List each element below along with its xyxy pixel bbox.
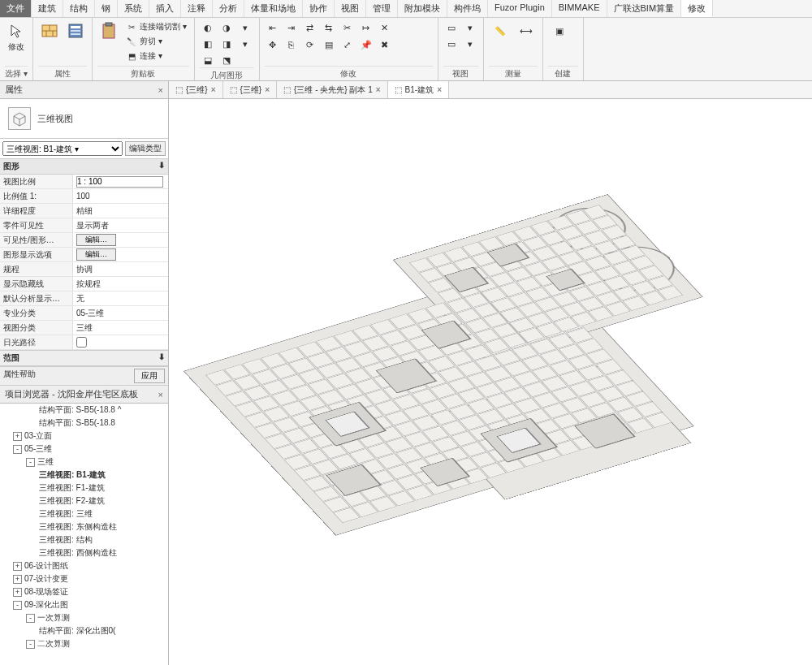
tree-item[interactable]: +06-设计图纸 [0, 559, 168, 572]
ribbon-tab-11[interactable]: 管理 [366, 0, 398, 17]
geom-tool-6[interactable]: ▾ [237, 37, 253, 51]
prop-edit-button[interactable]: 编辑… [76, 248, 116, 261]
ribbon-tab-7[interactable]: 分析 [213, 0, 244, 17]
tree-item[interactable]: 结构平面: S-B5(-18.8 [0, 417, 168, 430]
instance-filter[interactable]: 三维视图: B1-建筑 ▾ [2, 141, 123, 156]
array-button[interactable]: ▤ [321, 37, 337, 52]
prop-checkbox[interactable] [76, 337, 87, 348]
type-properties-button[interactable] [64, 20, 87, 41]
trim-button[interactable]: ✂ [339, 20, 356, 35]
close-icon[interactable]: × [265, 85, 270, 94]
copy-button[interactable]: ⎘ [283, 37, 300, 52]
close-icon[interactable]: × [437, 85, 442, 94]
prop-edit-button[interactable]: 编辑… [76, 234, 116, 246]
split-button[interactable]: ✕ [377, 20, 393, 35]
help-label[interactable]: 属性帮助 [3, 369, 36, 383]
tree-item[interactable]: 三维视图: 结构 [0, 533, 168, 546]
prop-value[interactable]: 无 [73, 293, 168, 304]
mirror-pick-button[interactable]: ⇄ [302, 20, 318, 35]
align-button[interactable]: ⇤ [265, 20, 281, 35]
ribbon-tab-8[interactable]: 体量和场地 [244, 0, 303, 17]
tree-item[interactable]: -三维 [0, 456, 168, 469]
prop-value[interactable]: 按规程 [73, 279, 168, 290]
ribbon-tab-13[interactable]: 构件坞 [447, 0, 488, 17]
geom-tool-5[interactable]: ◨ [218, 37, 235, 51]
prop-section-extent[interactable]: 范围⬇ [0, 350, 168, 366]
ribbon-tab-0[interactable]: 文件 [0, 0, 32, 17]
prop-section-graphics[interactable]: 图形⬇ [0, 159, 168, 175]
ribbon-tab-16[interactable]: 广联达BIM算量 [607, 0, 682, 17]
mirror-draw-button[interactable]: ⇆ [321, 20, 337, 35]
tree-item[interactable]: 三维视图: F2-建筑 [0, 494, 168, 507]
ribbon-tab-3[interactable]: 钢 [95, 0, 118, 17]
prop-value[interactable]: 05-三维 [73, 308, 168, 319]
expand-icon[interactable]: + [13, 432, 22, 441]
ribbon-tab-2[interactable]: 结构 [63, 0, 95, 17]
move-button[interactable]: ✥ [265, 37, 281, 52]
tree-item[interactable]: 结构平面: S-B5(-18.8 ^ [0, 404, 168, 417]
close-icon[interactable]: × [376, 85, 381, 94]
view-tool-3[interactable]: ▭ [443, 37, 460, 51]
ribbon-tab-1[interactable]: 建筑 [32, 0, 63, 17]
dimension-button[interactable]: ⟷ [515, 20, 538, 41]
apply-button[interactable]: 应用 [134, 369, 165, 383]
prop-value[interactable] [73, 337, 168, 348]
prop-value[interactable]: 编辑… [73, 248, 168, 261]
ribbon-tab-9[interactable]: 协作 [303, 0, 335, 17]
ribbon-tab-12[interactable]: 附加模块 [398, 0, 447, 17]
close-icon[interactable]: × [158, 85, 163, 95]
tree-item[interactable]: 三维视图: 东侧构造柱 [0, 520, 168, 533]
tree-item[interactable]: 三维视图: B1-建筑 [0, 469, 168, 481]
view-tab-0[interactable]: ⬚{三维}× [169, 81, 223, 98]
tree-item[interactable]: +03-立面 [0, 430, 168, 443]
scale-button[interactable]: ⤢ [339, 37, 356, 52]
measure-button[interactable]: 📏 [489, 20, 512, 41]
close-icon[interactable]: × [158, 390, 163, 399]
view-tool-1[interactable]: ▭ [443, 20, 460, 35]
properties-button[interactable] [38, 20, 61, 41]
expand-icon[interactable]: + [13, 562, 22, 571]
ribbon-tab-6[interactable]: 注释 [181, 0, 213, 17]
prop-value[interactable] [73, 176, 168, 188]
project-browser[interactable]: 结构平面: S-B5(-18.8 ^结构平面: S-B5(-18.8+03-立面… [0, 404, 168, 665]
tree-item[interactable]: 三维视图: 三维 [0, 507, 168, 520]
modify-button[interactable]: 修改 [5, 20, 28, 54]
ribbon-tab-17[interactable]: 修改 [681, 0, 713, 17]
view-tab-2[interactable]: ⬚{三维 - 央先先} 副本 1× [277, 81, 388, 98]
view-tool-4[interactable]: ▾ [462, 37, 478, 51]
offset-button[interactable]: ⇥ [283, 20, 300, 35]
type-selector[interactable]: 三维视图 [0, 99, 168, 139]
view-tab-1[interactable]: ⬚{三维}× [223, 81, 278, 98]
ribbon-tab-15[interactable]: BIMMAKE [552, 0, 607, 17]
tree-item[interactable]: +08-现场签证 [0, 585, 168, 598]
delete-button[interactable]: ✖ [377, 37, 393, 52]
view-tab-3[interactable]: ⬚B1-建筑× [388, 81, 449, 98]
geom-tool-8[interactable]: ⬔ [218, 53, 235, 67]
tree-item[interactable]: -一次算测 [0, 611, 168, 624]
geom-tool-2[interactable]: ◑ [218, 20, 235, 35]
expand-icon[interactable]: + [13, 575, 22, 584]
cut-end-button[interactable]: ✂连接端切割 ▾ [123, 20, 189, 33]
ribbon-tab-5[interactable]: 插入 [149, 0, 181, 17]
tree-item[interactable]: 结构平面: 深化出图0( [0, 624, 168, 637]
geom-tool-4[interactable]: ◧ [200, 37, 216, 51]
prop-value[interactable]: 协调 [73, 264, 168, 275]
tree-item[interactable]: -05-三维 [0, 443, 168, 456]
pin-button[interactable]: 📌 [358, 37, 374, 52]
ribbon-tab-14[interactable]: Fuzor Plugin [488, 0, 552, 17]
geom-tool-1[interactable]: ◐ [200, 20, 216, 35]
model-canvas[interactable] [169, 99, 812, 665]
geom-tool-7[interactable]: ⬓ [200, 53, 216, 67]
extend-button[interactable]: ↦ [358, 20, 374, 35]
tree-item[interactable]: -二次算测 [0, 637, 168, 650]
collapse-icon[interactable]: - [13, 601, 22, 610]
prop-value[interactable]: 显示两者 [73, 220, 168, 231]
collapse-icon[interactable]: - [26, 458, 35, 467]
cut-button[interactable]: 🔪剪切 ▾ [123, 35, 189, 48]
prop-value[interactable]: 精细 [73, 205, 168, 217]
join-button[interactable]: ⬒连接 ▾ [123, 50, 189, 63]
tree-item[interactable]: +07-设计变更 [0, 572, 168, 585]
geom-tool-3[interactable]: ▾ [237, 20, 253, 35]
prop-value[interactable]: 编辑… [73, 234, 168, 246]
paste-button[interactable] [97, 20, 120, 41]
